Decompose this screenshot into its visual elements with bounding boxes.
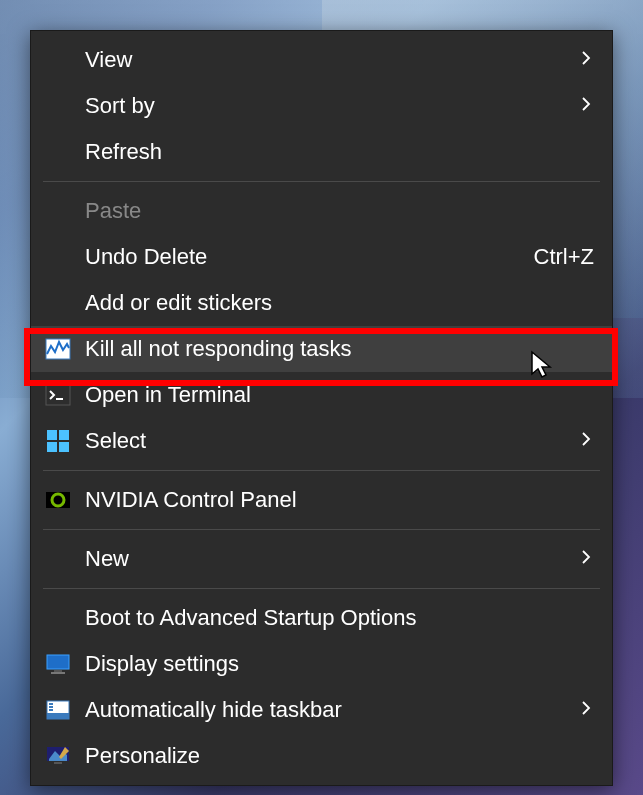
svg-rect-5 bbox=[47, 442, 57, 452]
svg-rect-11 bbox=[51, 672, 65, 674]
menu-item-add-stickers[interactable]: Add or edit stickers bbox=[31, 280, 612, 326]
personalize-icon bbox=[45, 743, 85, 769]
svg-rect-15 bbox=[49, 706, 53, 708]
menu-label: View bbox=[85, 47, 578, 73]
menu-label: Refresh bbox=[85, 139, 594, 165]
chevron-right-icon bbox=[578, 431, 594, 452]
menu-separator bbox=[43, 181, 600, 182]
svg-rect-4 bbox=[59, 430, 69, 440]
chevron-right-icon bbox=[578, 549, 594, 570]
menu-label: Undo Delete bbox=[85, 244, 534, 270]
menu-item-open-terminal[interactable]: Open in Terminal bbox=[31, 372, 612, 418]
svg-rect-16 bbox=[49, 709, 53, 711]
nvidia-icon bbox=[45, 487, 85, 513]
taskmgr-icon bbox=[45, 336, 85, 362]
menu-item-nvidia[interactable]: NVIDIA Control Panel bbox=[31, 477, 612, 523]
menu-label: Open in Terminal bbox=[85, 382, 594, 408]
menu-label: Display settings bbox=[85, 651, 594, 677]
chevron-right-icon bbox=[578, 96, 594, 117]
menu-item-boot-advanced[interactable]: Boot to Advanced Startup Options bbox=[31, 595, 612, 641]
taskbar-icon bbox=[45, 697, 85, 723]
svg-rect-14 bbox=[49, 703, 53, 705]
menu-separator bbox=[43, 588, 600, 589]
display-icon bbox=[45, 651, 85, 677]
menu-label: New bbox=[85, 546, 578, 572]
svg-rect-6 bbox=[59, 442, 69, 452]
menu-label: Paste bbox=[85, 198, 594, 224]
terminal-icon bbox=[45, 382, 85, 408]
menu-item-display-settings[interactable]: Display settings bbox=[31, 641, 612, 687]
menu-label: Select bbox=[85, 428, 578, 454]
chevron-right-icon bbox=[578, 700, 594, 721]
menu-label: Automatically hide taskbar bbox=[85, 697, 578, 723]
shortcut-text: Ctrl+Z bbox=[534, 244, 595, 270]
menu-item-hide-taskbar[interactable]: Automatically hide taskbar bbox=[31, 687, 612, 733]
menu-separator bbox=[43, 529, 600, 530]
menu-label: Kill all not responding tasks bbox=[85, 336, 594, 362]
menu-item-refresh[interactable]: Refresh bbox=[31, 129, 612, 175]
menu-item-view[interactable]: View bbox=[31, 37, 612, 83]
menu-label: NVIDIA Control Panel bbox=[85, 487, 594, 513]
svg-rect-13 bbox=[47, 713, 69, 719]
svg-rect-18 bbox=[54, 762, 62, 764]
menu-item-new[interactable]: New bbox=[31, 536, 612, 582]
menu-item-sort-by[interactable]: Sort by bbox=[31, 83, 612, 129]
menu-item-personalize[interactable]: Personalize bbox=[31, 733, 612, 779]
svg-rect-1 bbox=[46, 385, 70, 405]
chevron-right-icon bbox=[578, 50, 594, 71]
svg-rect-3 bbox=[47, 430, 57, 440]
desktop-context-menu: View Sort by Refresh Paste Undo Delete C… bbox=[30, 30, 613, 786]
menu-label: Boot to Advanced Startup Options bbox=[85, 605, 594, 631]
menu-label: Sort by bbox=[85, 93, 578, 119]
menu-separator bbox=[43, 470, 600, 471]
menu-item-undo-delete[interactable]: Undo Delete Ctrl+Z bbox=[31, 234, 612, 280]
svg-rect-9 bbox=[47, 655, 69, 669]
menu-item-select[interactable]: Select bbox=[31, 418, 612, 464]
menu-item-kill-tasks[interactable]: Kill all not responding tasks bbox=[31, 326, 612, 372]
windows-icon bbox=[45, 428, 85, 454]
menu-item-paste: Paste bbox=[31, 188, 612, 234]
menu-label: Personalize bbox=[85, 743, 594, 769]
svg-rect-10 bbox=[54, 670, 62, 672]
menu-label: Add or edit stickers bbox=[85, 290, 594, 316]
